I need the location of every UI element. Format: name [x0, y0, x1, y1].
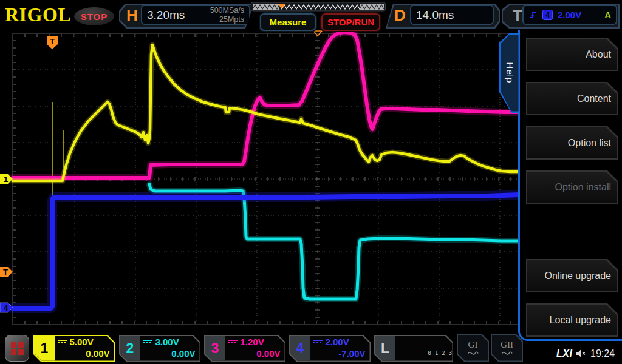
delay-value: 14.0ms	[416, 8, 454, 22]
dc-coupling-icon	[313, 340, 323, 345]
option-list-label: Option list	[568, 126, 611, 160]
delay-box: 14.0ms	[410, 5, 494, 25]
generator-1-label: GI	[468, 340, 478, 350]
timebase-box: 3.20ms 500MSa/s 25Mpts	[141, 5, 250, 25]
generator-2-label: GII	[501, 340, 513, 350]
menu-grid-icon	[11, 342, 24, 355]
menu-button-about[interactable]: About	[526, 38, 618, 71]
top-status-bar: RIGOL STOP H 3.20ms 500MSa/s 25Mpts Meas…	[0, 0, 622, 30]
delay-label: D	[394, 6, 406, 25]
stop-run-button[interactable]: STOP/RUN	[321, 13, 380, 31]
lxi-status: LXI	[556, 348, 572, 359]
channel-1-number: 1	[35, 336, 55, 361]
channel-2-offset: 0.00V	[143, 348, 196, 360]
logic-label: L	[375, 336, 395, 361]
generator-2-button[interactable]: GII	[491, 334, 523, 362]
delay-panel[interactable]: D 14.0ms	[383, 4, 500, 29]
trigger-mode: A	[604, 10, 611, 20]
generator-1-button[interactable]: GI	[457, 334, 489, 362]
channel-1-badge[interactable]: 1 5.00V 0.00V	[33, 335, 115, 362]
channel-4-badge[interactable]: 4 2.00V -7.00V	[289, 335, 371, 362]
sine-wave-icon	[468, 351, 479, 356]
trigger-level-value: 2.00V	[558, 10, 581, 20]
memory-position-bar[interactable]	[251, 2, 386, 12]
trigger-level-marker[interactable]: T	[0, 267, 13, 277]
menu-button-local-upgrade[interactable]: Local upgrade	[526, 303, 618, 337]
logic-channels-badge[interactable]: L 0 1 2 3 4 5 6 7 8 9 1011 12131415	[374, 335, 453, 362]
help-tab-label: Help	[505, 62, 515, 84]
waveforms	[13, 32, 519, 308]
channel-4-offset: -7.00V	[313, 348, 366, 360]
ch1-ground-label: 1	[4, 175, 8, 184]
dc-coupling-icon	[58, 340, 67, 345]
trigger-position-label: T	[50, 37, 55, 46]
online-upgrade-label: Online upgrade	[545, 259, 611, 292]
rigol-logo: RIGOL	[5, 4, 71, 26]
sine-wave-icon	[502, 351, 513, 356]
edge-trigger-icon	[528, 10, 538, 20]
dc-coupling-icon	[143, 340, 152, 345]
channel-4-scale: 2.00V	[326, 337, 349, 348]
channel-1-offset: 0.00V	[58, 348, 110, 360]
clock: 19:24	[590, 348, 615, 359]
speaker-muted-icon[interactable]	[576, 349, 587, 358]
memory-depth: 25Mpts	[219, 15, 244, 24]
sample-rate: 500MSa/s	[210, 6, 244, 15]
dc-coupling-icon	[228, 340, 238, 345]
channel-2-scale: 3.00V	[156, 337, 179, 348]
channel-2-badge[interactable]: 2 3.00V 0.00V	[119, 335, 200, 362]
channel-3-number: 3	[205, 336, 225, 361]
channel-3-badge[interactable]: 3 1.20V 0.00V	[204, 335, 285, 362]
menu-button-content[interactable]: Content	[526, 82, 618, 115]
timebase-value: 3.20ms	[147, 8, 185, 22]
channel-4-number: 4	[290, 336, 310, 361]
ch4-ground-label: 4	[4, 303, 9, 312]
menu-button-option-list[interactable]: Option list	[526, 126, 618, 160]
content-label: Content	[577, 82, 611, 115]
menu-button-option-install: Option install	[526, 170, 618, 204]
help-menu-panel: About Content Option list Option install…	[518, 29, 622, 341]
option-install-label: Option install	[555, 170, 612, 204]
local-upgrade-label: Local upgrade	[550, 303, 611, 337]
run-state-badge: STOP	[74, 7, 114, 25]
measure-button[interactable]: Measure	[260, 13, 316, 31]
trigger-panel[interactable]: T 4 2.00V A	[502, 4, 620, 29]
horizontal-label: H	[126, 6, 138, 25]
trigger-level-label: T	[3, 268, 8, 277]
channel-3-offset: 0.00V	[228, 348, 281, 360]
trigger-label: T	[513, 6, 522, 25]
channel-2-number: 2	[120, 336, 140, 361]
about-label: About	[586, 38, 611, 71]
trigger-position-marker[interactable]: T	[47, 36, 58, 49]
channel-3-scale: 1.20V	[241, 337, 264, 348]
acquisition-info: 500MSa/s 25Mpts	[210, 6, 244, 24]
menu-button-online-upgrade[interactable]: Online upgrade	[526, 259, 618, 292]
horizontal-panel[interactable]: H 3.20ms 500MSa/s 25Mpts	[119, 4, 256, 29]
trigger-source-badge: 4	[542, 10, 553, 20]
trigger-box: 4 2.00V A	[522, 5, 617, 25]
main-menu-button[interactable]	[5, 335, 29, 362]
channel-1-scale: 5.00V	[70, 337, 94, 348]
